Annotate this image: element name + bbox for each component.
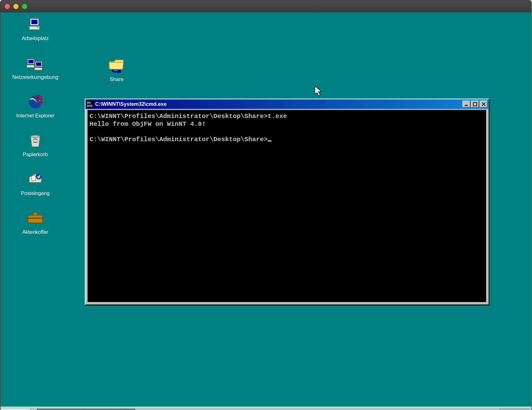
- briefcase-icon: [27, 210, 44, 227]
- svg-rect-1: [31, 20, 37, 24]
- svg-text:MS: MS: [87, 101, 91, 104]
- desktop-icon-arbeitsplatz[interactable]: Arbeitsplatz: [3, 16, 68, 42]
- network-icon: [27, 55, 44, 72]
- svg-rect-3: [37, 27, 39, 28]
- svg-rect-17: [33, 213, 38, 215]
- computer-icon: [27, 16, 44, 33]
- desktop-icon-internet-explorer[interactable]: Internet Explorer: [3, 93, 68, 119]
- svg-rect-9: [34, 68, 42, 70]
- svg-rect-18: [28, 218, 43, 219]
- mouse-cursor-icon: [315, 86, 323, 98]
- shared-folder-icon: [108, 57, 125, 74]
- svg-rect-7: [36, 62, 42, 66]
- cmd-line: C:\WINNT\Profiles\Administrator\Desktop\…: [90, 113, 287, 120]
- maximize-button[interactable]: [471, 101, 479, 108]
- svg-rect-14: [32, 176, 35, 181]
- taskbar[interactable]: Start MSDOS C:\WINNT\System32... 15:38: [0, 407, 531, 410]
- svg-point-15: [36, 173, 42, 179]
- zoom-icon[interactable]: [22, 4, 27, 9]
- desktop-icon-label: Papierkorb: [22, 151, 49, 158]
- desktop-icon-papierkorb[interactable]: Papierkorb: [3, 132, 68, 158]
- start-button[interactable]: Start: [2, 409, 31, 410]
- svg-rect-16: [28, 215, 43, 223]
- desktop-icon-label: Netzwerkumgebung: [11, 74, 59, 80]
- minimize-button[interactable]: [463, 101, 470, 108]
- host-titlebar[interactable]: [0, 0, 531, 13]
- recycle-bin-icon: [27, 132, 44, 149]
- cmd-line: Hello from ObjFW on WinNT 4.0!: [90, 120, 206, 128]
- host-vm-window: Arbeitsplatz Netzwerkumgebung Internet E…: [0, 0, 532, 410]
- cmd-titlebar[interactable]: MSDOS C:\WINNT\System32\cmd.exe: [86, 100, 489, 109]
- msdos-icon: MSDOS: [86, 101, 93, 108]
- desktop-icon-netzwerkumgebung[interactable]: Netzwerkumgebung: [3, 55, 68, 81]
- desktop-icon-label: Internet Explorer: [15, 112, 56, 119]
- svg-rect-19: [117, 70, 121, 73]
- desktop-icon-posteingang[interactable]: Posteingang: [3, 171, 68, 197]
- cmd-line: C:\WINNT\Profiles\Administrator\Desktop\…: [90, 136, 268, 143]
- desktop-icon-label: Aktenkoffer: [21, 228, 49, 235]
- taskbar-item-cmd[interactable]: MSDOS C:\WINNT\System32...: [37, 409, 136, 410]
- close-button[interactable]: [480, 101, 488, 108]
- svg-point-13: [31, 135, 40, 138]
- svg-text:DOS: DOS: [87, 105, 93, 107]
- globe-icon: [27, 93, 44, 110]
- svg-rect-24: [473, 102, 477, 106]
- svg-rect-8: [27, 65, 34, 68]
- terminal-cursor: [268, 140, 271, 141]
- desktop-icon-label: Share: [110, 76, 124, 82]
- desktop-icon-column: Arbeitsplatz Netzwerkumgebung Internet E…: [3, 16, 68, 249]
- minimize-icon[interactable]: [13, 4, 19, 9]
- cmd-window[interactable]: MSDOS C:\WINNT\System32\cmd.exe C:\WINNT…: [85, 99, 489, 305]
- desktop-icon-share[interactable]: Share: [91, 57, 142, 82]
- svg-rect-5: [28, 60, 34, 63]
- cmd-title-text: C:\WINNT\System32\cmd.exe: [95, 101, 462, 107]
- desktop-icon-aktenkoffer[interactable]: Aktenkoffer: [3, 210, 68, 236]
- inbox-icon: [27, 171, 44, 188]
- guest-desktop[interactable]: Arbeitsplatz Netzwerkumgebung Internet E…: [0, 13, 531, 410]
- close-icon[interactable]: [5, 4, 10, 9]
- desktop-icon-label: Posteingang: [20, 190, 51, 197]
- system-tray[interactable]: 15:38: [500, 409, 530, 410]
- cmd-terminal-body[interactable]: C:\WINNT\Profiles\Administrator\Desktop\…: [87, 110, 487, 303]
- desktop-icon-label: Arbeitsplatz: [21, 35, 50, 42]
